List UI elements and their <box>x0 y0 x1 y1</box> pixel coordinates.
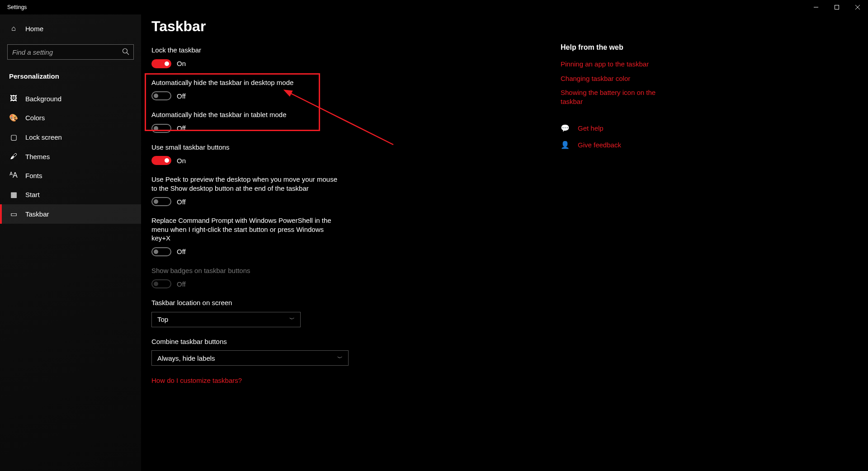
setting-label: Automatically hide the taskbar in deskto… <box>151 78 341 87</box>
toggle-powershell[interactable] <box>151 247 171 256</box>
setting-small-buttons: Use small taskbar buttons On <box>151 143 549 165</box>
page-title: Taskbar <box>151 18 549 35</box>
sidebar-item-start[interactable]: ▦ Start <box>0 185 141 204</box>
give-feedback-link: Give feedback <box>578 141 621 149</box>
select-value: Top <box>157 316 168 323</box>
search-wrap <box>7 44 134 60</box>
setting-powershell: Replace Command Prompt with Windows Powe… <box>151 216 549 256</box>
toggle-hide-tablet[interactable] <box>151 124 171 133</box>
toggle-state: Off <box>177 92 186 100</box>
home-label: Home <box>25 25 43 33</box>
setting-label: Use small taskbar buttons <box>151 143 341 152</box>
setting-lock-taskbar: Lock the taskbar On <box>151 46 549 68</box>
main-content: Taskbar Lock the taskbar On Automaticall… <box>151 18 549 384</box>
grid-icon: ▦ <box>9 190 18 199</box>
image-icon: 🖼 <box>9 94 18 103</box>
get-help-link: Get help <box>578 124 604 132</box>
setting-taskbar-location: Taskbar location on screen Top ﹀ <box>151 298 549 327</box>
setting-combine-buttons: Combine taskbar buttons Always, hide lab… <box>151 337 549 366</box>
home-icon: ⌂ <box>9 24 18 33</box>
setting-label: Taskbar location on screen <box>151 298 341 307</box>
get-help-row[interactable]: 💬 Get help <box>561 124 669 132</box>
titlebar: Settings <box>0 0 868 14</box>
section-header: Personalization <box>0 69 141 89</box>
customize-taskbars-link[interactable]: How do I customize taskbars? <box>151 377 549 384</box>
sidebar: ⌂ Home Personalization 🖼 Background 🎨 Co… <box>0 14 141 471</box>
toggle-small-buttons[interactable] <box>151 156 171 165</box>
minimize-button[interactable] <box>806 0 826 14</box>
sidebar-item-taskbar[interactable]: ▭ Taskbar <box>0 204 141 224</box>
setting-badges: Show badges on taskbar buttons Off <box>151 266 549 289</box>
svg-line-5 <box>127 53 129 55</box>
chevron-down-icon: ﹀ <box>289 316 295 323</box>
setting-label: Combine taskbar buttons <box>151 337 341 346</box>
toggle-state: On <box>177 60 186 67</box>
chevron-down-icon: ﹀ <box>337 354 343 362</box>
maximize-button[interactable] <box>826 0 847 14</box>
setting-label: Lock the taskbar <box>151 46 341 55</box>
setting-peek: Use Peek to preview the desktop when you… <box>151 175 549 206</box>
font-icon: AA <box>9 171 18 179</box>
select-combine-buttons[interactable]: Always, hide labels ﹀ <box>151 350 349 366</box>
feedback-icon: 👤 <box>561 141 570 149</box>
sidebar-item-label: Start <box>25 191 40 198</box>
sidebar-item-themes[interactable]: 🖌 Themes <box>0 147 141 166</box>
lock-screen-icon: ▢ <box>9 133 18 141</box>
select-value: Always, hide labels <box>157 354 215 362</box>
toggle-hide-desktop[interactable] <box>151 91 171 100</box>
setting-label: Use Peek to preview the desktop when you… <box>151 175 341 193</box>
toggle-peek[interactable] <box>151 197 171 206</box>
help-pane: Help from the web Pinning an app to the … <box>561 43 669 149</box>
sidebar-item-label: Themes <box>25 153 50 160</box>
window-title: Settings <box>7 4 27 10</box>
close-button[interactable] <box>847 0 868 14</box>
help-link-battery[interactable]: Showing the battery icon on the taskbar <box>561 88 669 106</box>
toggle-state: Off <box>177 198 186 206</box>
sidebar-item-lock-screen[interactable]: ▢ Lock screen <box>0 127 141 147</box>
svg-point-4 <box>123 49 127 53</box>
toggle-state: Off <box>177 280 186 288</box>
taskbar-icon: ▭ <box>9 210 18 218</box>
setting-label: Show badges on taskbar buttons <box>151 266 341 275</box>
sidebar-item-colors[interactable]: 🎨 Colors <box>0 108 141 127</box>
search-input[interactable] <box>7 44 134 60</box>
sidebar-item-fonts[interactable]: AA Fonts <box>0 166 141 185</box>
chat-icon: 💬 <box>561 124 570 132</box>
toggle-lock-taskbar[interactable] <box>151 59 171 68</box>
setting-hide-desktop: Automatically hide the taskbar in deskto… <box>151 78 549 101</box>
select-taskbar-location[interactable]: Top ﹀ <box>151 312 301 327</box>
help-header: Help from the web <box>561 43 669 52</box>
toggle-state: On <box>177 157 186 165</box>
sidebar-item-background[interactable]: 🖼 Background <box>0 89 141 108</box>
help-link-pinning[interactable]: Pinning an app to the taskbar <box>561 60 669 69</box>
sidebar-item-label: Background <box>25 95 61 103</box>
help-link-color[interactable]: Changing taskbar color <box>561 74 669 83</box>
brush-icon: 🖌 <box>9 152 18 160</box>
sidebar-item-label: Fonts <box>25 172 42 179</box>
toggle-state: Off <box>177 248 186 255</box>
toggle-badges <box>151 279 171 288</box>
setting-label: Replace Command Prompt with Windows Powe… <box>151 216 332 243</box>
svg-rect-1 <box>835 5 839 9</box>
sidebar-item-label: Colors <box>25 114 45 122</box>
toggle-state: Off <box>177 124 186 132</box>
search-icon <box>122 48 129 57</box>
give-feedback-row[interactable]: 👤 Give feedback <box>561 141 669 149</box>
setting-label: Automatically hide the taskbar in tablet… <box>151 110 341 119</box>
window-controls <box>806 0 868 14</box>
setting-hide-tablet: Automatically hide the taskbar in tablet… <box>151 110 549 133</box>
sidebar-item-label: Taskbar <box>25 210 49 218</box>
palette-icon: 🎨 <box>9 113 18 122</box>
home-nav[interactable]: ⌂ Home <box>0 20 141 37</box>
sidebar-item-label: Lock screen <box>25 133 62 141</box>
